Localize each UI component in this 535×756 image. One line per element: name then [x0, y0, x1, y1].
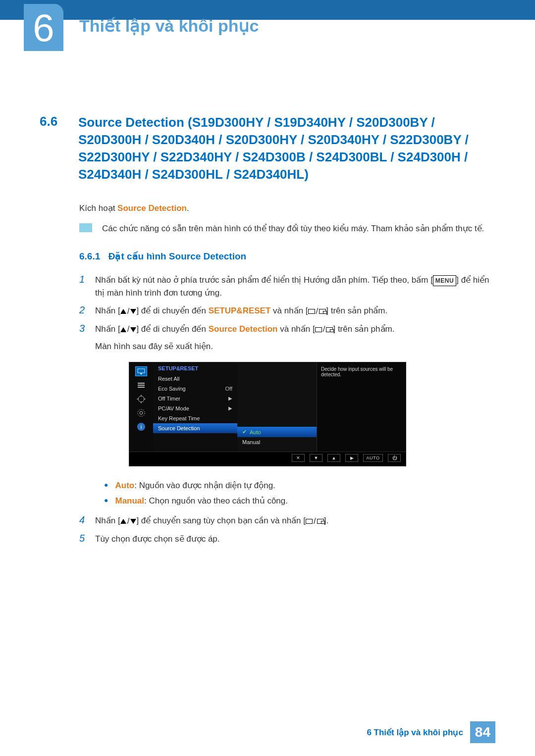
up-down-icon: / [120, 305, 137, 318]
term: Source Detection [209, 324, 278, 334]
gear-icon [135, 408, 147, 418]
osd-right-icon: ▶ [345, 454, 358, 462]
enter-icon: / [315, 323, 333, 336]
label: Manual [242, 439, 260, 445]
step-1: 1 Nhấn bất kỳ nút nào ở phía trước sản p… [79, 274, 495, 300]
text: Nhấn [ [95, 324, 120, 334]
svg-rect-3 [138, 385, 145, 386]
bullet-manual: ● Manual: Chọn nguồn vào theo cách thủ c… [104, 494, 495, 509]
intro-term: Source Detection [117, 203, 187, 213]
osd-description: Decide how input sources will be detecte… [317, 362, 406, 452]
osd-power-icon: ⏻ [388, 454, 401, 462]
chapter-number: 6 [33, 8, 54, 47]
step-body: Nhấn [/] để di chuyển đến Source Detecti… [95, 323, 394, 353]
step-number: 5 [79, 533, 95, 546]
step-number: 1 [79, 274, 95, 300]
bullet-dot-icon: ● [104, 478, 108, 494]
label: Reset All [158, 376, 179, 382]
step-body: Tùy chọn được chọn sẽ được áp. [95, 533, 220, 546]
text: ] để chuyển sang tùy chọn bạn cần và nhấ… [136, 516, 306, 525]
osd-row-source-selected: Source Detection [153, 423, 237, 433]
osd-screenshot: i SETUP&RESET Reset All Eco SavingOff Of… [40, 362, 495, 466]
svg-text:i: i [141, 424, 142, 430]
term: Auto [115, 481, 134, 490]
intro-line: Kích hoạt Source Detection. [79, 203, 495, 213]
osd-row-keyrepeat: Key Repeat Time [153, 413, 237, 423]
step-body: Nhấn [/] để di chuyển đến SETUP&RESET và… [95, 304, 387, 318]
osd-down-icon: ▼ [310, 454, 322, 462]
term: Manual [115, 496, 144, 505]
text: : Chọn nguồn vào theo cách thủ công. [144, 496, 288, 505]
subsection-title: Đặt cấu hình Source Detection [108, 251, 246, 261]
page-number: 84 [470, 721, 495, 743]
osd-row-eco: Eco SavingOff [153, 384, 237, 394]
svg-point-10 [140, 411, 143, 414]
section-heading: 6.6 Source Detection (S19D300HY / S19D34… [40, 114, 495, 183]
note-text: Các chức năng có sẵn trên màn hình có th… [102, 222, 484, 235]
label: Auto [250, 429, 261, 435]
chevron-right-icon: ▶ [228, 396, 232, 402]
osd-row-offtimer: Off Timer▶ [153, 394, 237, 403]
text: Nhấn bất kỳ nút nào ở phía trước sản phẩ… [95, 275, 433, 285]
osd-header: SETUP&RESET [153, 362, 237, 374]
osd-panel: i SETUP&RESET Reset All Eco SavingOff Of… [129, 362, 406, 466]
svg-point-5 [138, 396, 144, 402]
osd-sidebar: i [129, 362, 153, 452]
intro-prefix: Kích hoạt [79, 203, 117, 213]
subsection-heading: 6.6.1 Đặt cấu hình Source Detection [79, 251, 495, 262]
osd-bottom-bar: ✕ ▼ ▲ ▶ AUTO ⏻ [129, 452, 406, 464]
text: ] để di chuyển đến [136, 324, 208, 334]
text: Nhấn [ [95, 306, 120, 315]
up-down-icon: / [120, 515, 137, 528]
value: Off [225, 386, 232, 392]
chapter-badge: 6 [24, 4, 63, 51]
menu-icon: MENU [433, 275, 456, 287]
footer: 6 Thiết lập và khôi phục 84 [367, 721, 495, 743]
osd-option-manual: Manual [237, 437, 317, 447]
osd-row-reset: Reset All [153, 374, 237, 384]
osd-menu-list: SETUP&RESET Reset All Eco SavingOff Off … [153, 362, 237, 452]
step-5: 5 Tùy chọn được chọn sẽ được áp. [79, 533, 495, 546]
osd-close-icon: ✕ [292, 454, 305, 462]
step-number: 2 [79, 304, 95, 318]
svg-rect-4 [138, 387, 145, 388]
svg-rect-1 [140, 373, 142, 374]
bullet-dot-icon: ● [104, 494, 108, 509]
text: Màn hình sau đây sẽ xuất hiện. [95, 340, 394, 353]
svg-rect-0 [138, 369, 145, 373]
osd-submenu: ✔Auto Manual [237, 362, 317, 452]
svg-rect-2 [138, 383, 145, 384]
label: PC/AV Mode [158, 405, 189, 411]
bullet-auto: ● Auto: Nguồn vào được nhận diện tự động… [104, 478, 495, 494]
chevron-right-icon: ▶ [228, 405, 232, 411]
step-body: Nhấn bất kỳ nút nào ở phía trước sản phẩ… [95, 274, 495, 300]
text: ] trên sản phẩm. [326, 306, 387, 315]
intro-suffix: . [187, 203, 189, 213]
list-icon [135, 380, 147, 390]
osd-option-auto-selected: ✔Auto [237, 427, 317, 437]
osd-row-pcav: PC/AV Mode▶ [153, 403, 237, 413]
label: Key Repeat Time [158, 415, 200, 421]
step-4: 4 Nhấn [/] để chuyển sang tùy chọn bạn c… [79, 514, 495, 528]
subsection-number: 6.6.1 [79, 251, 100, 261]
label: Source Detection [158, 425, 200, 431]
step-number: 3 [79, 323, 95, 353]
bullet-list: ● Auto: Nguồn vào được nhận diện tự động… [104, 478, 495, 508]
label: Eco Saving [158, 386, 186, 392]
info-icon: i [135, 422, 147, 432]
label: Off Timer [158, 396, 180, 402]
footer-label: 6 Thiết lập và khôi phục [367, 727, 463, 738]
note-row: Các chức năng có sẵn trên màn hình có th… [79, 222, 495, 235]
crosshair-icon [135, 394, 147, 404]
osd-auto-label: AUTO [363, 454, 383, 462]
step-number: 4 [79, 514, 95, 528]
note-icon [79, 223, 92, 232]
step-2: 2 Nhấn [/] để di chuyển đến SETUP&RESET … [79, 304, 495, 318]
text: ] trên sản phẩm. [333, 324, 394, 334]
up-down-icon: / [120, 323, 137, 336]
content-area: 6.6 Source Detection (S19D300HY / S19D34… [0, 20, 535, 546]
text: Nhấn [ [95, 516, 120, 525]
svg-point-11 [138, 409, 145, 416]
monitor-icon [135, 366, 147, 376]
check-icon: ✔ [242, 429, 247, 435]
